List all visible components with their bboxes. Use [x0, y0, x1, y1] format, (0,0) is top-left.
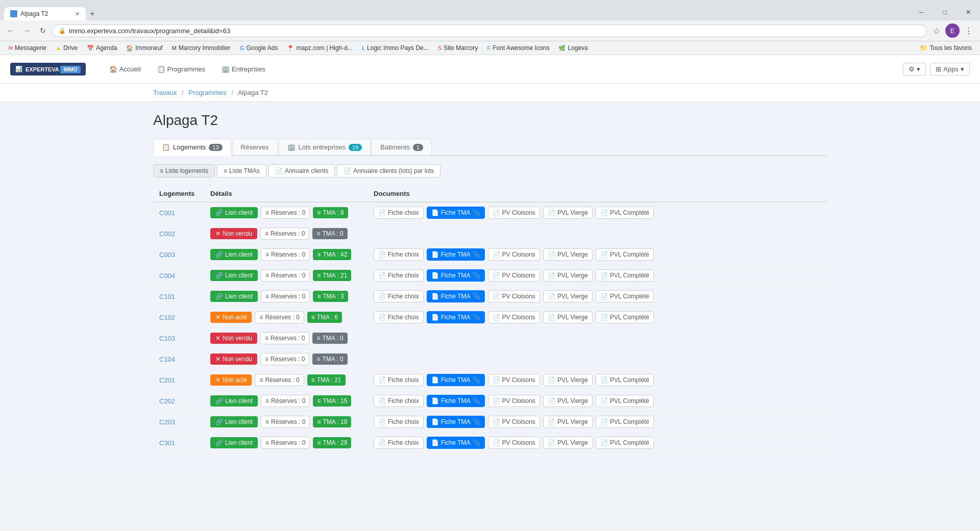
bookmark-mapz[interactable]: 📍 mapz.com | High-d... [283, 43, 356, 53]
bookmark-font-awesome[interactable]: F Font Awesome Icons [483, 43, 554, 53]
pvl-complete-button[interactable]: 📄 PVL Complété [596, 311, 654, 323]
minimize-button[interactable]: ─ [910, 4, 933, 20]
lot-link[interactable]: C201 [159, 376, 175, 384]
bookmark-agenda[interactable]: 📅 Agenda [83, 43, 121, 53]
close-window-button[interactable]: ✕ [957, 4, 980, 20]
pvl-complete-button[interactable]: 📄 PVL Complété [596, 374, 654, 386]
pvl-complete-button[interactable]: 📄 PVL Complété [596, 437, 654, 449]
pvl-vierge-button[interactable]: 📄 PVL Vierge [543, 311, 593, 323]
fiche-tma-button[interactable]: 📄 Fiche TMA 📎 [427, 207, 485, 219]
fiche-tma-button[interactable]: 📄 Fiche TMA 📎 [427, 248, 485, 261]
settings-dropdown-button[interactable]: ⚙ ▾ [903, 63, 926, 75]
profile-button[interactable]: E [945, 23, 960, 38]
fiche-choix-button[interactable]: 📄 Fiche choix [374, 248, 424, 261]
fiche-choix-button[interactable]: 📄 Fiche choix [374, 374, 424, 386]
nav-entreprises[interactable]: 🏢 Entreprises [218, 63, 268, 75]
fiche-choix-button[interactable]: 📄 Fiche choix [374, 416, 424, 428]
pvl-complete-button[interactable]: 📄 PVL Complété [596, 290, 654, 302]
new-tab-button[interactable]: + [86, 7, 99, 20]
apps-dropdown-button[interactable]: ⊞ Apps ▾ [930, 63, 970, 75]
fiche-tma-button[interactable]: 📄 Fiche TMA 📎 [427, 290, 485, 302]
fiche-tma-button[interactable]: 📄 Fiche TMA 📎 [427, 416, 485, 428]
status-button[interactable]: ✕ Non aclé [210, 374, 252, 386]
reload-button[interactable]: ↻ [37, 24, 49, 37]
fiche-tma-button[interactable]: 📄 Fiche TMA 📎 [427, 437, 485, 449]
bookmark-logic-immo[interactable]: L Logic Immo Pays De... [358, 43, 433, 53]
tab-reserves[interactable]: Réserves [232, 139, 278, 155]
lot-link[interactable]: C104 [159, 356, 175, 363]
tab-lots-entreprises[interactable]: 🏢 Lots entreprises 19 [279, 139, 371, 155]
breadcrumb-travaux[interactable]: Travaux [153, 89, 177, 96]
bookmark-messagerie[interactable]: ✉ Messagerie [4, 43, 51, 53]
status-button[interactable]: 🔗 Lien client [210, 437, 258, 448]
fiche-tma-button[interactable]: 📄 Fiche TMA 📎 [427, 311, 485, 323]
fiche-choix-button[interactable]: 📄 Fiche choix [374, 437, 424, 449]
btn-liste-tmas[interactable]: ≡ Liste TMAs [217, 164, 266, 178]
btn-annuaire-clients[interactable]: 📄 Annuaire clients [268, 164, 335, 178]
pv-cloisons-button[interactable]: 📄 PV Cloisons [488, 437, 540, 449]
forward-button[interactable]: → [20, 24, 34, 37]
pvl-vierge-button[interactable]: 📄 PVL Vierge [543, 269, 593, 282]
pv-cloisons-button[interactable]: 📄 PV Cloisons [488, 207, 540, 219]
fiche-tma-button[interactable]: 📄 Fiche TMA 📎 [427, 395, 485, 407]
pvl-vierge-button[interactable]: 📄 PVL Vierge [543, 248, 593, 261]
pv-cloisons-button[interactable]: 📄 PV Cloisons [488, 311, 540, 323]
pv-cloisons-button[interactable]: 📄 PV Cloisons [488, 248, 540, 261]
status-button[interactable]: 🔗 Lien client [210, 416, 258, 427]
lot-link[interactable]: C203 [159, 418, 175, 426]
lot-link[interactable]: C101 [159, 293, 175, 300]
menu-button[interactable]: ⋮ [962, 24, 976, 38]
status-button[interactable]: ✕ Non vendu [210, 228, 257, 239]
maximize-button[interactable]: □ [933, 4, 957, 20]
fiche-choix-button[interactable]: 📄 Fiche choix [374, 207, 424, 219]
fiche-choix-button[interactable]: 📄 Fiche choix [374, 311, 424, 323]
nav-programmes[interactable]: 📋 Programmes [154, 63, 208, 75]
fiche-tma-button[interactable]: 📄 Fiche TMA 📎 [427, 374, 485, 386]
status-button[interactable]: ✕ Non vendu [210, 333, 257, 344]
fiche-tma-button[interactable]: 📄 Fiche TMA 📎 [427, 269, 485, 282]
pvl-complete-button[interactable]: 📄 PVL Complété [596, 269, 654, 282]
pv-cloisons-button[interactable]: 📄 PV Cloisons [488, 395, 540, 407]
fiche-choix-button[interactable]: 📄 Fiche choix [374, 269, 424, 282]
lot-link[interactable]: C103 [159, 335, 175, 342]
bookmark-logeva[interactable]: 🌿 Logeva [554, 43, 592, 53]
pvl-complete-button[interactable]: 📄 PVL Complété [596, 248, 654, 261]
address-bar[interactable]: 🔒 immo.experteva.com/travaux/programme_d… [52, 24, 927, 37]
pvl-complete-button[interactable]: 📄 PVL Complété [596, 416, 654, 428]
btn-annuaire-lots[interactable]: 📄 Annuaire clients (lots) par lots [337, 164, 440, 178]
tab-logements[interactable]: 📋 Logements 13 [153, 139, 231, 156]
pv-cloisons-button[interactable]: 📄 PV Cloisons [488, 416, 540, 428]
fiche-choix-button[interactable]: 📄 Fiche choix [374, 395, 424, 407]
close-tab-btn[interactable]: ✕ [75, 11, 80, 17]
bookmark-drive[interactable]: ▲ Drive [52, 43, 82, 53]
bookmark-immoneuf[interactable]: 🏠 Immoneuf [122, 43, 166, 53]
pvl-complete-button[interactable]: 📄 PVL Complété [596, 207, 654, 219]
status-button[interactable]: 🔗 Lien client [210, 395, 258, 407]
status-button[interactable]: ✕ Non vendu [210, 353, 257, 365]
btn-liste-logements[interactable]: ≡ Liste logements [153, 164, 215, 178]
all-bookmarks-btn[interactable]: 📁 Tous les favoris [916, 43, 976, 53]
bookmark-marcory[interactable]: M Marcory Immobilier [168, 43, 235, 53]
bookmark-star-button[interactable]: ☆ [930, 24, 943, 38]
bookmark-google-ads[interactable]: G Google Ads [236, 43, 282, 53]
status-button[interactable]: 🔗 Lien client [210, 270, 258, 281]
pvl-vierge-button[interactable]: 📄 PVL Vierge [543, 207, 593, 219]
pv-cloisons-button[interactable]: 📄 PV Cloisons [488, 374, 540, 386]
status-button[interactable]: 🔗 Lien client [210, 207, 258, 218]
back-button[interactable]: ← [4, 24, 17, 37]
lot-link[interactable]: C004 [159, 272, 175, 280]
pvl-vierge-button[interactable]: 📄 PVL Vierge [543, 395, 593, 407]
pvl-vierge-button[interactable]: 📄 PVL Vierge [543, 416, 593, 428]
lot-link[interactable]: C202 [159, 397, 175, 405]
pv-cloisons-button[interactable]: 📄 PV Cloisons [488, 269, 540, 282]
pvl-complete-button[interactable]: 📄 PVL Complété [596, 395, 654, 407]
tab-batiments[interactable]: Batiments 1 [372, 139, 432, 155]
lot-link[interactable]: C301 [159, 439, 175, 447]
nav-accueil[interactable]: 🏠 Accueil [106, 63, 144, 75]
lot-link[interactable]: C102 [159, 314, 175, 321]
bookmark-site-marcory[interactable]: S Site Marcory [434, 43, 482, 53]
breadcrumb-programmes[interactable]: Programmes [188, 89, 226, 96]
pvl-vierge-button[interactable]: 📄 PVL Vierge [543, 290, 593, 302]
status-button[interactable]: ✕ Non aclé [210, 312, 252, 323]
lot-link[interactable]: C002 [159, 230, 175, 238]
